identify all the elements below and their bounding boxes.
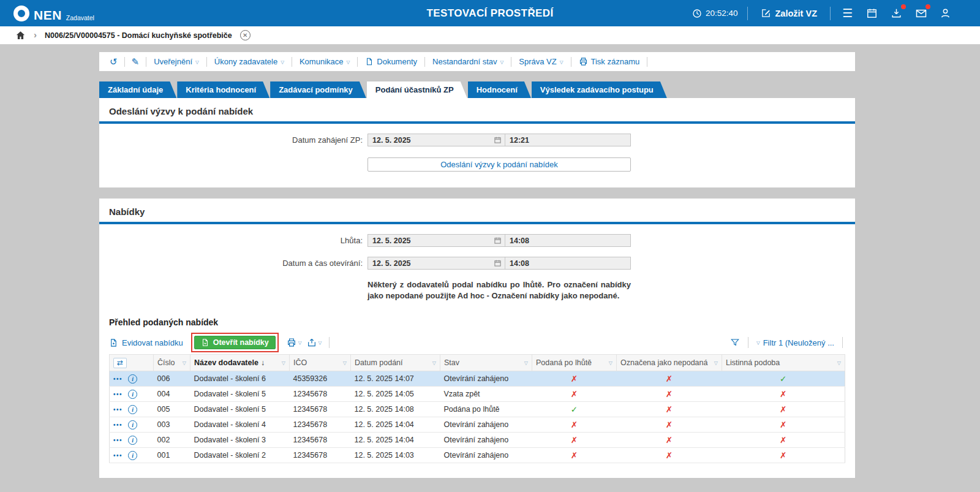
panel-offers: Nabídky Lhůta: 12. 5. 2025 14:08 Datum a… [99,199,855,478]
col-stav[interactable]: Stav▽ [440,355,532,371]
row-menu-button[interactable]: ••• [113,406,123,413]
open-offers-button[interactable]: Otevřít nabídky [194,336,276,349]
menu-tisk-zaznamu[interactable]: Tisk záznamu [575,57,644,66]
calendar-picker-button[interactable] [494,136,505,144]
row-info-button[interactable]: i [128,405,137,414]
edit-record-button[interactable]: ✎ [129,56,143,67]
row-menu-button[interactable]: ••• [113,391,123,398]
person-icon [940,7,951,19]
column-filter-icon[interactable]: ▽ [837,360,841,366]
breadcrumb-record[interactable]: N006/25/V00004575 - Domácí kuchyňské spo… [45,31,232,40]
col-listinna-podoba[interactable]: Listinná podoba▽ [722,355,845,371]
messages-button[interactable] [913,6,929,21]
row-info-button[interactable]: i [128,374,137,384]
column-filter-icon[interactable]: ▽ [343,360,347,366]
calendar-button[interactable] [864,6,880,21]
calendar-picker-button[interactable] [494,259,505,267]
column-filter-icon[interactable]: ▽ [183,360,186,366]
tab-zakladni-udaje[interactable]: Základní údaje [99,81,176,98]
nen-logo[interactable]: NEN Zadavatel [13,6,94,21]
deadline-date-input[interactable]: 12. 5. 2025 [368,237,494,245]
cell-late: ✗ [532,387,617,402]
cell-number: 002 [154,433,190,448]
table-row[interactable]: •••i003Dodavatel - školení 41234567812. … [110,417,845,433]
export-grid-button[interactable]: ▽ [307,338,322,347]
separator [292,57,292,67]
tab-podani-ucastniku-zp[interactable]: Podání účastníků ZP [367,81,467,98]
column-filter-icon[interactable]: ▽ [282,360,285,366]
tab-hodnoceni[interactable]: Hodnocení [468,81,531,98]
opening-time-input[interactable]: 14:08 [505,257,630,269]
breadcrumb: › N006/25/V00004575 - Domácí kuchyňské s… [0,26,980,45]
opening-date-input[interactable]: 12. 5. 2025 [368,259,494,268]
downloads-button[interactable] [889,6,904,21]
col-cislo[interactable]: Číslo▽ [154,355,190,371]
row-info-button[interactable]: i [128,436,137,445]
record-offer-label: Evidovat nabídku [122,338,183,347]
tab-label: Zadávací podmínky [279,85,353,94]
close-icon: ✕ [243,32,247,39]
tab-vysledek-zadavaciho-postupu[interactable]: Výsledek zadávacího postupu [532,81,667,98]
col-oznacena-jako-nepodana[interactable]: Označena jako nepodaná▽ [617,355,722,371]
column-label: IČO [293,358,341,367]
send-invitation-button[interactable]: Odeslání výzvy k podání nabídek [368,157,631,172]
pencil-icon: ✎ [132,56,140,67]
menu-dokumenty[interactable]: Dokumenty [361,57,421,66]
start-date-input[interactable]: 12. 5. 2025 [368,136,494,145]
col-datum-podani[interactable]: Datum podání▽ [351,355,440,371]
menu-komunikace[interactable]: Komunikace ▽ [296,57,353,66]
deadline-time-input[interactable]: 14:08 [505,235,630,246]
row-menu-button[interactable]: ••• [113,422,123,428]
grid-filter-area: ▽ Filtr 1 (Neuložený ... [730,337,845,348]
col-ico[interactable]: IČO▽ [290,355,351,371]
row-menu-button[interactable]: ••• [113,452,123,459]
refresh-button[interactable]: ↺ [107,56,121,67]
menu-uverejneni[interactable]: Uveřejnění ▽ [150,57,203,66]
column-chooser-icon[interactable]: ⇄ [113,358,127,368]
open-offers-label: Otevřít nabídky [213,338,269,347]
close-record-button[interactable]: ✕ [240,30,251,40]
tab-kriteria-hodnoceni[interactable]: Kritéria hodnocení [177,81,270,98]
menu-nestandardni-stav[interactable]: Nestandardní stav ▽ [429,57,507,66]
column-filter-icon[interactable]: ▽ [714,360,718,366]
row-actions: •••i [110,387,154,402]
row-menu-button[interactable]: ••• [113,376,123,382]
record-offer-button[interactable]: Evidovat nabídku [109,338,183,347]
column-filter-icon[interactable]: ▽ [609,360,612,366]
home-button[interactable] [15,30,26,41]
funnel-icon[interactable] [730,338,740,347]
active-filter-button[interactable]: ▽ Filtr 1 (Neuložený ... [756,338,834,347]
start-time-input[interactable]: 12:21 [505,134,630,146]
column-label: Číslo [157,358,180,367]
separator [329,337,330,348]
table-row[interactable]: •••i005Dodavatel - školení 51234567812. … [110,402,845,417]
panel-invitation: Odeslání výzvy k podání nabídek Datum za… [99,98,855,187]
table-row[interactable]: •••i002Dodavatel - školení 31234567812. … [110,433,845,448]
profile-button[interactable] [938,6,953,21]
row-info-button[interactable]: i [128,420,137,430]
menu-ukony-zadavatele[interactable]: Úkony zadavatele ▽ [211,57,288,66]
row-info-button[interactable]: i [128,390,137,399]
cell-late: ✗ [532,417,617,433]
menu-button[interactable]: ☰ [840,6,855,21]
column-filter-icon[interactable]: ▽ [432,360,436,366]
table-row[interactable]: •••i001Dodavatel - školení 21234567812. … [110,448,845,463]
create-vz-button[interactable]: Založit VZ [757,7,821,19]
tab-zadavaci-podminky[interactable]: Zadávací podmínky [270,81,366,98]
column-filter-icon[interactable]: ▽ [524,360,528,366]
column-label: Označena jako nepodaná [620,358,712,367]
table-row[interactable]: •••i006Dodavatel - školení 64535932612. … [110,371,845,387]
menu-sprava-vz[interactable]: Správa VZ ▽ [515,57,567,66]
row-info-button[interactable]: i [128,451,137,460]
cell-submitted: 12. 5. 2025 14:03 [351,448,440,463]
col-nazev-dodavatele[interactable]: Název dodavatele↓▽ [190,355,290,371]
table-row[interactable]: •••i004Dodavatel - školení 51234567812. … [110,387,845,402]
cell-ico: 12345678 [290,448,351,463]
row-menu-button[interactable]: ••• [113,437,123,444]
col-podana-po-lhute[interactable]: Podaná po lhůtě▽ [532,355,617,371]
calendar-picker-button[interactable] [494,237,505,244]
cell-paper-form: ✗ [722,448,845,463]
print-grid-button[interactable]: ▽ [287,338,302,347]
cell-ico: 12345678 [290,433,351,448]
cell-number: 001 [154,448,190,463]
